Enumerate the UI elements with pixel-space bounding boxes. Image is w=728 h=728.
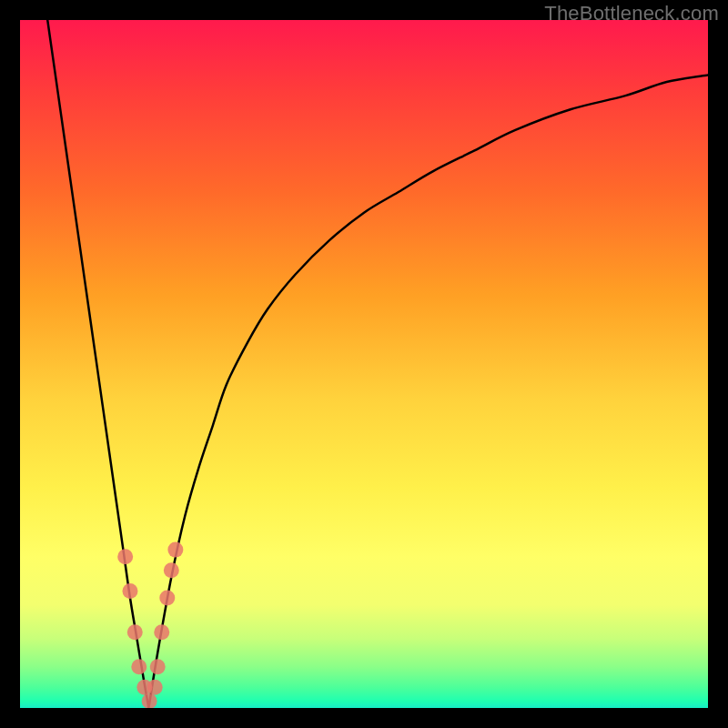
scatter-point — [142, 693, 157, 708]
bottleneck-curve — [47, 20, 708, 708]
scatter-point — [154, 624, 169, 640]
scatter-point — [127, 624, 143, 640]
scatter-point — [159, 591, 175, 606]
scatter-point — [131, 659, 147, 674]
scatter-point — [164, 562, 179, 578]
scatter-point — [147, 680, 163, 695]
plot-area — [20, 20, 708, 708]
chart-frame: TheBottleneck.com — [0, 0, 728, 728]
curve-layer — [20, 20, 708, 708]
scatter-point — [117, 549, 133, 564]
scatter-point — [150, 659, 166, 674]
scatter-point — [167, 542, 183, 558]
scatter-point — [122, 583, 137, 599]
